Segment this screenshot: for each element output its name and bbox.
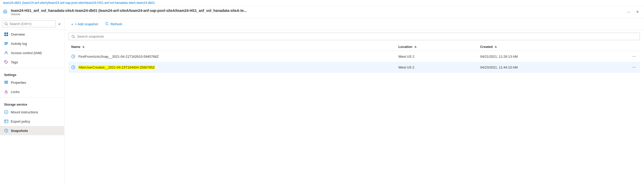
table-container: Name ⇅ Location ⇅ Created ⇅ [65,43,644,186]
svg-rect-8 [4,44,7,45]
lock-icon [4,90,8,94]
svg-rect-2 [4,32,6,34]
svg-rect-18 [4,120,8,123]
settings-header: Settings [0,69,64,78]
col-created[interactable]: Created ⇅ [478,43,628,51]
refresh-label: Refresh [110,22,122,26]
snapshot-icon [71,65,75,69]
grid-icon [4,32,8,36]
sidebar: « Overview Acti [0,18,65,186]
snapshot-name-highlighted: AfterUserCreated__2021-04-23T164404-2566… [78,65,155,69]
refresh-button[interactable]: Refresh [103,20,125,28]
add-snapshot-button[interactable]: + + Add snapshot [69,21,101,28]
person-icon [4,51,8,55]
breadcrumb-link[interactable]: team24-db01 (team24-anf-siteA)/team24-an… [3,1,155,5]
info-icon [4,110,8,114]
sidebar-item-overview[interactable]: Overview [0,30,64,39]
col-name[interactable]: Name ⇅ [69,43,396,51]
snapshot-icon [71,54,75,58]
clock-icon [4,129,8,133]
table-icon [4,119,8,123]
title-bar-text: team24-HS1_anf_vol_hanadata-siteA-team24… [11,9,622,16]
snapshots-table: Name ⇅ Location ⇅ Created ⇅ [69,43,640,73]
plus-icon: + [71,22,73,26]
cell-location: West US 2 [396,51,478,62]
sidebar-item-label: Mount instructions [11,110,38,114]
search-input[interactable] [2,20,56,27]
svg-rect-12 [4,82,8,82]
svg-rect-11 [4,81,8,81]
row-actions-button[interactable]: ··· [631,64,637,71]
cell-location: West US 2 [396,62,478,73]
sidebar-item-properties[interactable]: Properties [0,78,64,87]
svg-point-10 [5,61,6,62]
page-subtitle: Volume [11,13,622,16]
sidebar-item-access-control[interactable]: Access control (IAM) [0,48,64,57]
volume-icon [3,10,8,15]
sidebar-item-label: Activity log [11,42,27,46]
cell-name: FirstFromAzAcSnap__2021-04-21T162610-594… [69,51,396,62]
table-row[interactable]: FirstFromAzAcSnap__2021-04-21T162610-594… [69,51,640,62]
svg-rect-14 [5,92,7,93]
sidebar-search-row: « [0,18,64,30]
sidebar-item-locks[interactable]: Locks [0,87,64,96]
sidebar-item-label: Access control (IAM) [11,51,42,55]
storage-divider [0,97,64,98]
svg-rect-5 [6,35,8,36]
page-title: team24-HS1_anf_vol_hanadata-siteA-team24… [11,9,622,13]
content-area: + + Add snapshot Refresh [65,18,644,186]
bars-icon [4,80,8,84]
col-location[interactable]: Location ⇅ [396,43,478,51]
svg-point-0 [3,10,7,13]
cell-created: 04/21/2021, 11:26:13 AM [478,51,628,62]
sidebar-item-activity-log[interactable]: Activity log [0,39,64,48]
sort-icon-created: ⇅ [495,46,497,48]
cell-created: 04/23/2021, 11:44:10 AM [478,62,628,73]
add-snapshot-label: + Add snapshot [75,22,98,26]
row-actions-button[interactable]: ··· [631,53,637,60]
svg-rect-4 [4,35,6,36]
search-bar-row [65,30,644,43]
sidebar-item-tags[interactable]: Tags [0,57,64,67]
sort-icon-name: ⇅ [82,46,84,48]
main-layout: « Overview Acti [0,18,644,186]
sidebar-item-label: Locks [11,90,20,94]
sidebar-divider [0,68,64,68]
title-bar-actions: ··· × [624,8,641,16]
svg-point-16 [6,111,6,112]
sidebar-item-label: Properties [11,81,26,84]
sort-icon-location: ⇅ [414,46,416,48]
tag-icon [4,60,8,64]
svg-rect-3 [6,32,8,34]
storage-header: Storage service [0,99,64,107]
svg-point-9 [5,51,7,53]
cell-row-actions: ··· [628,51,640,62]
refresh-icon [105,22,109,26]
svg-rect-7 [4,43,8,44]
sidebar-item-label: Export policy [11,120,30,123]
table-row[interactable]: AfterUserCreated__2021-04-23T164404-2566… [69,62,640,73]
list-icon [4,41,8,46]
svg-rect-13 [4,83,8,83]
snapshot-search-input[interactable] [69,33,640,40]
svg-rect-6 [4,42,8,43]
sidebar-item-snapshots[interactable]: Snapshots [0,126,64,135]
sidebar-item-mount-instructions[interactable]: Mount instructions [0,107,64,117]
title-bar: team24-HS1_anf_vol_hanadata-siteA-team24… [0,6,644,18]
collapse-button[interactable]: « [57,21,62,27]
sidebar-item-label: Overview [11,32,25,36]
table-header-row: Name ⇅ Location ⇅ Created ⇅ [69,43,640,51]
more-button[interactable]: ··· [624,8,632,16]
sidebar-item-label: Snapshots [11,129,28,133]
cell-name: AfterUserCreated__2021-04-23T164404-2566… [69,62,396,73]
toolbar: + + Add snapshot Refresh [65,18,644,30]
breadcrumb: team24-db01 (team24-anf-siteA)/team24-an… [0,0,644,6]
sidebar-item-export-policy[interactable]: Export policy [0,117,64,126]
col-actions [628,43,640,51]
sidebar-item-label: Tags [11,60,18,64]
cell-row-actions: ··· [628,62,640,73]
close-button[interactable]: × [634,8,641,16]
snapshot-name: FirstFromAzAcSnap__2021-04-21T162610-594… [78,55,159,58]
